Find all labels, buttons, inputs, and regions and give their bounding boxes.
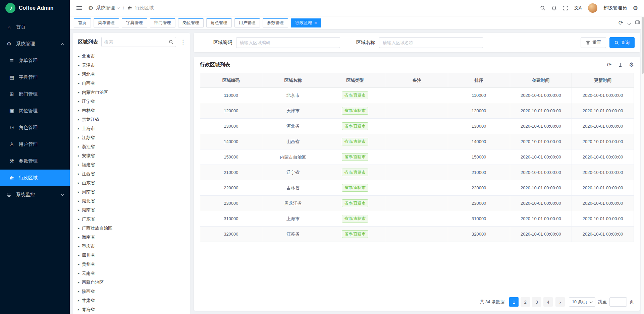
- close-icon[interactable]: ×: [314, 21, 317, 25]
- caret-right-icon[interactable]: ▸: [78, 136, 79, 139]
- caret-right-icon[interactable]: ▸: [78, 172, 79, 176]
- caret-right-icon[interactable]: ▸: [78, 226, 79, 230]
- tree-item-region[interactable]: ▸广西壮族自治区: [78, 224, 189, 233]
- tree-item-region[interactable]: ▸西藏自治区: [78, 278, 189, 287]
- caret-right-icon[interactable]: ▸: [78, 280, 79, 284]
- chevron-down-icon[interactable]: [628, 20, 630, 25]
- tab-region[interactable]: 行政区域×: [291, 18, 321, 27]
- tab-user-mgmt[interactable]: 用户管理: [234, 18, 260, 27]
- tree-item-region[interactable]: ▸江西省: [78, 169, 189, 178]
- tree-item-region[interactable]: ▸海南省: [78, 233, 189, 242]
- tree-item-region[interactable]: ▸广东省: [78, 214, 189, 224]
- tree-item-region[interactable]: ▸安徽省: [78, 151, 189, 160]
- tree-item-region[interactable]: ▸山东省: [78, 178, 189, 187]
- tree-item-region[interactable]: ▸湖北省: [78, 196, 189, 205]
- tree-item-region[interactable]: ▸河北省: [78, 70, 189, 79]
- caret-right-icon[interactable]: ▸: [78, 163, 79, 167]
- layout-panel-icon[interactable]: [635, 20, 640, 26]
- caret-right-icon[interactable]: ▸: [78, 127, 79, 130]
- translate-icon[interactable]: 文A: [574, 5, 582, 11]
- breadcrumb-section[interactable]: 系统管理: [96, 5, 115, 11]
- caret-right-icon[interactable]: ▸: [78, 54, 79, 58]
- tab-dept-mgmt[interactable]: 部门管理: [150, 18, 175, 27]
- bell-icon[interactable]: [551, 5, 557, 11]
- avatar[interactable]: [588, 3, 597, 13]
- refresh-icon[interactable]: ⟳: [619, 20, 623, 26]
- sidebar-item-menu-mgmt[interactable]: ≣菜单管理: [0, 52, 70, 69]
- caret-right-icon[interactable]: ▸: [78, 253, 79, 257]
- caret-right-icon[interactable]: ▸: [78, 81, 79, 85]
- tree-item-region[interactable]: ▸天津市: [78, 61, 189, 70]
- tree-item-region[interactable]: ▸江苏省: [78, 133, 189, 142]
- settings-gear-icon[interactable]: ⚙: [633, 5, 638, 11]
- caret-right-icon[interactable]: ▸: [78, 145, 79, 148]
- sidebar-item-dict-mgmt[interactable]: ▤字典管理: [0, 69, 70, 86]
- row-density-icon[interactable]: [618, 62, 623, 67]
- tree-item-region[interactable]: ▸陕西省: [78, 287, 189, 296]
- caret-right-icon[interactable]: ▸: [78, 90, 79, 94]
- sidebar-item-dept-mgmt[interactable]: ⊞部门管理: [0, 86, 70, 103]
- sidebar-item-system-mgmt[interactable]: ⚙系统管理: [0, 36, 70, 52]
- page-button-1[interactable]: 1: [509, 297, 519, 307]
- sidebar-item-system-monitor[interactable]: 系统监控: [0, 186, 70, 203]
- sidebar-item-post-mgmt[interactable]: ▣岗位管理: [0, 103, 70, 119]
- region-code-input[interactable]: [236, 37, 340, 48]
- tree-item-region[interactable]: ▸北京市: [78, 52, 189, 61]
- caret-right-icon[interactable]: ▸: [78, 181, 79, 185]
- caret-right-icon[interactable]: ▸: [78, 208, 79, 212]
- tree-item-region[interactable]: ▸重庆市: [78, 242, 189, 251]
- search-icon[interactable]: [540, 5, 545, 11]
- tab-post-mgmt[interactable]: 岗位管理: [178, 18, 204, 27]
- caret-right-icon[interactable]: ▸: [78, 118, 79, 121]
- page-size-select[interactable]: 10 条/页: [569, 297, 595, 307]
- scrollbar-thumb[interactable]: [642, 17, 644, 74]
- region-name-input[interactable]: [379, 37, 483, 48]
- tree-item-region[interactable]: ▸云南省: [78, 269, 189, 278]
- tab-home[interactable]: 首页: [74, 18, 91, 27]
- tree-item-region[interactable]: ▸山西省: [78, 79, 189, 88]
- page-button-4[interactable]: 4: [543, 297, 553, 307]
- caret-right-icon[interactable]: ▸: [78, 63, 79, 67]
- refresh-icon[interactable]: ⟳: [607, 62, 612, 68]
- sidebar-item-region[interactable]: 行政区域: [0, 170, 70, 186]
- caret-right-icon[interactable]: ▸: [78, 299, 79, 302]
- tree-item-region[interactable]: ▸甘肃省: [78, 296, 189, 305]
- tree-item-region[interactable]: ▸四川省: [78, 251, 189, 260]
- more-options-icon[interactable]: ⋮: [179, 39, 186, 46]
- tree-item-region[interactable]: ▸河南省: [78, 187, 189, 196]
- caret-right-icon[interactable]: ▸: [78, 271, 79, 275]
- caret-right-icon[interactable]: ▸: [78, 244, 79, 248]
- region-search-input[interactable]: [102, 40, 166, 45]
- caret-right-icon[interactable]: ▸: [78, 290, 79, 293]
- caret-right-icon[interactable]: ▸: [78, 235, 79, 239]
- tab-role-mgmt[interactable]: 角色管理: [206, 18, 232, 27]
- caret-right-icon[interactable]: ▸: [78, 154, 79, 158]
- sidebar-item-role-mgmt[interactable]: ⚇角色管理: [0, 119, 70, 136]
- caret-right-icon[interactable]: ▸: [78, 308, 79, 311]
- next-page-button[interactable]: ›: [555, 297, 565, 307]
- tab-menu-mgmt[interactable]: 菜单管理: [94, 18, 119, 27]
- caret-right-icon[interactable]: ▸: [78, 262, 79, 266]
- caret-right-icon[interactable]: ▸: [78, 109, 79, 112]
- tree-item-region[interactable]: ▸贵州省: [78, 260, 189, 269]
- tree-item-region[interactable]: ▸青海省: [78, 305, 189, 314]
- query-button[interactable]: 查询: [609, 37, 635, 48]
- tree-item-region[interactable]: ▸上海市: [78, 124, 189, 133]
- gear-icon[interactable]: ⚙: [629, 62, 634, 68]
- username[interactable]: 超级管理员: [603, 5, 627, 11]
- tree-item-region[interactable]: ▸辽宁省: [78, 97, 189, 106]
- caret-right-icon[interactable]: ▸: [78, 190, 79, 194]
- jump-page-input[interactable]: [609, 297, 627, 307]
- tree-item-region[interactable]: ▸湖南省: [78, 205, 189, 214]
- caret-right-icon[interactable]: ▸: [78, 72, 79, 76]
- search-icon[interactable]: [166, 37, 176, 47]
- fullscreen-icon[interactable]: [563, 5, 568, 11]
- tree-item-region[interactable]: ▸吉林省: [78, 106, 189, 115]
- tab-param-mgmt[interactable]: 参数管理: [263, 18, 288, 27]
- tree-item-region[interactable]: ▸福建省: [78, 160, 189, 169]
- tree-item-region[interactable]: ▸内蒙古自治区: [78, 88, 189, 97]
- sidebar-item-param-mgmt[interactable]: ⚒参数管理: [0, 153, 70, 170]
- reset-button[interactable]: 重置: [581, 37, 606, 48]
- sidebar-item-home[interactable]: ⌂首页: [0, 19, 70, 36]
- tab-dict-mgmt[interactable]: 字典管理: [122, 18, 147, 27]
